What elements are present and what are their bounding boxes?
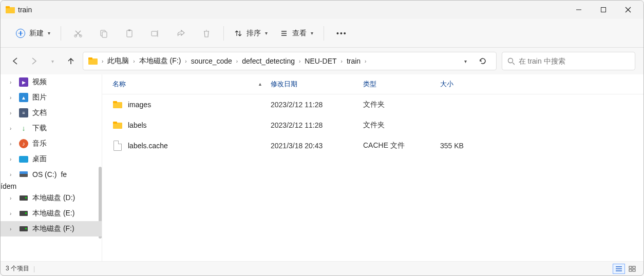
separator [223,26,224,41]
file-type: 文件夹 [359,98,436,111]
sidebar-item-pictures[interactable]: › ▲ 图片 [1,90,102,105]
column-header-date[interactable]: 修改日期 [267,76,359,92]
copy-icon [99,29,108,38]
sidebar-item-drive-c[interactable]: › OS (C:) fe [1,167,102,182]
up-button[interactable] [64,54,78,68]
music-icon: ♪ [19,139,28,148]
breadcrumb-item[interactable]: NEU-DET [302,55,338,67]
search-box[interactable] [502,52,635,70]
svg-rect-17 [633,266,635,268]
delete-button[interactable] [195,25,218,42]
sidebar-item-music[interactable]: › ♪ 音乐 [1,136,102,151]
folder-icon [6,6,15,13]
toolbar: 新建 ▾ 排序 ▾ 查看 ▾ ••• [1,19,643,48]
drive-icon [19,193,28,203]
close-icon [625,7,631,13]
drive-icon [19,209,28,218]
search-icon [507,57,515,65]
breadcrumb-item[interactable]: train [345,55,363,67]
recent-button[interactable]: ▾ [46,54,59,68]
rename-icon [150,29,160,38]
item-count: 3 个项目 [6,264,29,273]
titlebar: train [1,1,643,19]
breadcrumb[interactable]: › 此电脑 › 本地磁盘 (F:) › source_code › defect… [83,52,497,70]
refresh-button[interactable] [475,53,491,69]
sidebar-item-drive-f[interactable]: › 本地磁盘 (F:) [1,221,102,236]
folder-icon [88,57,98,65]
folder-icon [112,100,123,110]
thumbnails-view-button[interactable] [626,264,638,274]
desktop-icon [19,156,28,163]
sidebar-item-label: 本地磁盘 (D:) [32,193,75,203]
breadcrumb-item[interactable]: 此电脑 [105,54,131,68]
plus-circle-icon [16,29,25,38]
breadcrumb-item[interactable]: 本地磁盘 (F:) [137,54,183,68]
forward-button[interactable] [27,54,41,68]
svg-point-4 [74,34,77,37]
svg-rect-10 [151,31,157,36]
new-button[interactable]: 新建 ▾ [11,25,55,42]
chevron-right-icon: › [10,172,15,178]
sidebar-item-videos[interactable]: › ▸ 视频 [1,74,102,90]
rename-button[interactable] [143,25,167,42]
file-date: 2021/3/18 20:43 [267,140,359,152]
breadcrumb-dropdown-button[interactable]: ▾ [457,53,473,69]
breadcrumb-item[interactable]: source_code [189,55,234,67]
chevron-right-icon: › [10,95,15,101]
paste-button[interactable] [118,25,141,42]
column-header-type[interactable]: 类型 [359,76,436,92]
download-icon: ↓ [19,124,28,133]
svg-rect-9 [128,29,130,31]
file-row[interactable]: labels.cache 2021/3/18 20:43 CACHE 文件 35… [102,135,643,156]
copy-button[interactable] [92,25,116,42]
chevron-right-icon: › [364,58,367,64]
sidebar-item-label: OS (C:) [32,170,56,179]
cut-button[interactable] [66,25,90,42]
more-button[interactable]: ••• [329,25,354,42]
chevron-right-icon: › [298,58,301,64]
view-button[interactable]: 查看 ▾ [275,25,318,42]
back-button[interactable] [9,54,22,68]
sidebar-item-documents[interactable]: › ≡ 文档 [1,105,102,121]
column-header-name[interactable]: 名称 ▲ [102,76,267,92]
separator [324,26,324,41]
file-icon [112,141,123,151]
column-header-size[interactable]: 大小 [436,76,498,92]
details-view-button[interactable] [613,264,625,274]
sort-icon [234,29,242,37]
drive-icon [19,170,28,179]
status-bar: 3 个项目 | [1,261,643,275]
breadcrumb-item[interactable]: defect_detecting [240,55,297,67]
view-label: 查看 [292,29,307,38]
chevron-right-icon: › [235,58,239,64]
maximize-button[interactable] [591,1,616,19]
list-icon [280,29,288,37]
sidebar-item-label: 文档 [32,108,47,117]
paste-icon [125,29,134,38]
chevron-right-icon: › [10,211,15,216]
file-type: 文件夹 [359,119,436,132]
sidebar-item-drive-d[interactable]: › 本地磁盘 (D:) [1,190,102,206]
video-icon: ▸ [19,77,28,87]
cut-icon [73,29,83,38]
file-row[interactable]: images 2023/2/12 11:28 文件夹 [102,94,643,115]
chevron-right-icon: › [101,58,104,64]
file-size [436,123,498,127]
file-name: labels [128,121,147,129]
svg-point-12 [508,58,513,63]
sidebar-item-label: 图片 [32,93,47,102]
chevron-right-icon: › [10,156,15,162]
minimize-button[interactable] [566,1,591,19]
chevron-right-icon: › [10,141,15,147]
search-input[interactable] [519,57,630,65]
more-icon: ••• [336,29,347,37]
sidebar-item-downloads[interactable]: › ↓ 下载 [1,121,102,136]
svg-rect-1 [601,8,606,12]
file-row[interactable]: labels 2023/2/12 11:28 文件夹 [102,115,643,135]
picture-icon: ▲ [19,93,28,102]
close-button[interactable] [616,1,640,19]
sidebar-item-drive-e[interactable]: › 本地磁盘 (E:) [1,206,102,221]
share-button[interactable] [169,25,193,42]
sidebar-item-desktop[interactable]: › 桌面 [1,151,102,167]
sort-button[interactable]: 排序 ▾ [229,25,273,42]
